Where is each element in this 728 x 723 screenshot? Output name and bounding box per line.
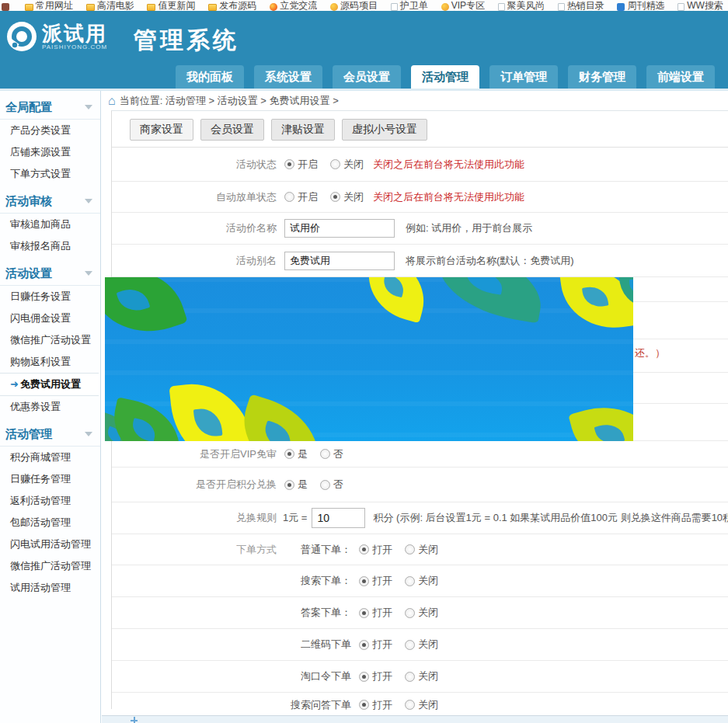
plus-icon[interactable]: [131, 717, 138, 723]
bookmark-label: 热销目录: [567, 1, 604, 11]
sidebar-item-审核追加商品[interactable]: 审核追加商品: [0, 214, 100, 235]
sidebar-item-店铺来源设置[interactable]: 店铺来源设置: [0, 141, 100, 163]
radio-option-打开[interactable]: 打开: [359, 606, 392, 620]
radio-icon[interactable]: [405, 672, 415, 682]
leaf-decoration: [105, 277, 188, 347]
sidebar-item-闪电试用活动管理[interactable]: 闪电试用活动管理: [0, 534, 100, 555]
radio-option-关闭[interactable]: 关闭: [405, 669, 438, 683]
tab-会员设置[interactable]: 会员设置: [200, 119, 264, 141]
nav-tab-订单管理[interactable]: 订单管理: [489, 65, 558, 89]
bookmark-item[interactable]: 源码项目: [330, 1, 378, 11]
sidebar-item-免费试用设置[interactable]: ➜免费试用设置: [0, 373, 99, 396]
radio-option-打开[interactable]: 打开: [359, 698, 392, 712]
nav-tab-会员设置[interactable]: 会员设置: [333, 65, 401, 89]
bookmark-item[interactable]: 值更新闻: [147, 1, 195, 11]
radio-icon[interactable]: [284, 192, 294, 202]
sidebar-item-闪电佣金设置[interactable]: 闪电佣金设置: [0, 308, 100, 329]
radio-icon[interactable]: [405, 700, 415, 710]
sidebar-item-审核报名商品[interactable]: 审核报名商品: [0, 235, 100, 257]
exchange-rate-input[interactable]: [312, 508, 365, 528]
tab-商家设置[interactable]: 商家设置: [130, 119, 193, 141]
radio-option-是[interactable]: 是: [284, 447, 308, 461]
radio-option-关闭[interactable]: 关闭: [405, 638, 438, 652]
bookmark-item[interactable]: 热销目录: [558, 1, 604, 11]
radio-icon[interactable]: [405, 576, 415, 586]
radio-icon[interactable]: [320, 480, 330, 490]
radio-group: 是否: [284, 447, 343, 461]
nav-tab-系统设置[interactable]: 系统设置: [254, 65, 322, 89]
sidebar-item-label: 免费试用设置: [20, 378, 81, 390]
bookmark-item[interactable]: 周刊精选: [617, 1, 664, 11]
sidebar-item-产品分类设置[interactable]: 产品分类设置: [0, 120, 100, 141]
sidebar-section-label: 活动管理: [5, 427, 52, 440]
sidebar-section-title[interactable]: 活动审核: [0, 191, 100, 214]
radio-icon[interactable]: [359, 672, 369, 682]
radio-option-打开[interactable]: 打开: [359, 574, 392, 588]
radio-option-关闭[interactable]: 关闭: [330, 158, 364, 172]
radio-icon[interactable]: [359, 544, 369, 554]
sidebar-item-包邮活动管理[interactable]: 包邮活动管理: [0, 512, 100, 534]
sidebar-item-日赚任务设置[interactable]: 日赚任务设置: [0, 286, 100, 308]
page: 常用网址高清电影值更新闻发布源码立党交流源码项目护卫单VIP专区聚美风尚热销目录…: [0, 0, 728, 723]
sidebar-item-日赚任务管理[interactable]: 日赚任务管理: [0, 468, 100, 490]
logo[interactable]: 派试用 PAISHIYONG.COM: [6, 21, 107, 52]
nav-tab-活动管理[interactable]: 活动管理: [411, 65, 479, 89]
nav-tab-前端设置[interactable]: 前端设置: [646, 65, 715, 89]
sidebar-item-下单方式设置[interactable]: 下单方式设置: [0, 163, 100, 185]
radio-option-打开[interactable]: 打开: [359, 669, 392, 683]
radio-icon[interactable]: [359, 700, 369, 710]
radio-option-打开[interactable]: 打开: [359, 543, 392, 557]
radio-option-关闭[interactable]: 关闭: [405, 543, 438, 557]
radio-option-否[interactable]: 否: [320, 478, 343, 492]
radio-icon[interactable]: [330, 159, 340, 169]
sidebar-item-购物返利设置[interactable]: 购物返利设置: [0, 351, 100, 373]
bookmark-item[interactable]: 聚美风尚: [498, 1, 545, 11]
radio-option-否[interactable]: 否: [320, 447, 343, 461]
sidebar-section-title[interactable]: 活动设置: [0, 263, 100, 286]
radio-option-开启[interactable]: 开启: [284, 190, 318, 204]
radio-icon[interactable]: [359, 576, 369, 586]
bookmark-item[interactable]: 发布源码: [208, 1, 256, 11]
radio-icon[interactable]: [359, 640, 369, 650]
bookmark-label: 发布源码: [219, 1, 256, 11]
radio-option-打开[interactable]: 打开: [359, 638, 392, 652]
radio-icon[interactable]: [405, 608, 415, 618]
radio-icon[interactable]: [284, 449, 294, 459]
radio-icon[interactable]: [359, 608, 369, 618]
tab-津贴设置[interactable]: 津贴设置: [271, 119, 335, 141]
radio-option-关闭[interactable]: 关闭: [405, 574, 438, 588]
bookmark-item[interactable]: 护卫单: [391, 1, 428, 11]
bookmark-item[interactable]: 高清电影: [86, 1, 134, 11]
radio-option-关闭[interactable]: 关闭: [330, 190, 364, 204]
radio-icon[interactable]: [320, 449, 330, 459]
radio-icon[interactable]: [330, 192, 340, 202]
sidebar-item-积分商城管理[interactable]: 积分商城管理: [0, 447, 100, 468]
radio-option-关闭[interactable]: 关闭: [405, 698, 438, 712]
sidebar-item-返利活动管理[interactable]: 返利活动管理: [0, 490, 100, 512]
sidebar-section-title[interactable]: 全局配置: [0, 97, 100, 120]
leaf-decoration: [430, 277, 548, 324]
text-input-活动价名称[interactable]: [284, 219, 395, 238]
sidebar-item-试用活动管理[interactable]: 试用活动管理: [0, 577, 100, 599]
radio-option-开启[interactable]: 开启: [284, 158, 318, 172]
bookmark-item[interactable]: 立党交流: [270, 1, 317, 11]
bookmark-item[interactable]: [2, 1, 12, 11]
nav-tab-财务管理[interactable]: 财务管理: [568, 65, 636, 89]
sidebar-item-微信推广活动设置[interactable]: 微信推广活动设置: [0, 329, 100, 351]
radio-option-是[interactable]: 是: [284, 478, 308, 492]
radio-option-关闭[interactable]: 关闭: [405, 606, 438, 620]
radio-icon[interactable]: [284, 159, 294, 169]
bookmark-item[interactable]: 常用网址: [25, 1, 73, 11]
radio-icon[interactable]: [284, 480, 294, 490]
sidebar-section-title[interactable]: 活动管理: [0, 424, 100, 447]
radio-icon[interactable]: [405, 544, 415, 554]
radio-icon[interactable]: [405, 640, 415, 650]
sidebar-item-微信推广活动管理[interactable]: 微信推广活动管理: [0, 555, 100, 577]
text-input-活动别名[interactable]: [284, 252, 395, 270]
nav-tab-我的面板[interactable]: 我的面板: [176, 65, 244, 89]
app-header: 派试用 PAISHIYONG.COM 管理系统 我的面板系统设置会员设置活动管理…: [0, 11, 728, 89]
tab-虚拟小号设置[interactable]: 虚拟小号设置: [342, 119, 427, 141]
sidebar-item-优惠券设置[interactable]: 优惠券设置: [0, 396, 100, 418]
bookmark-item[interactable]: WW搜索: [677, 1, 723, 11]
bookmark-item[interactable]: VIP专区: [441, 1, 485, 11]
